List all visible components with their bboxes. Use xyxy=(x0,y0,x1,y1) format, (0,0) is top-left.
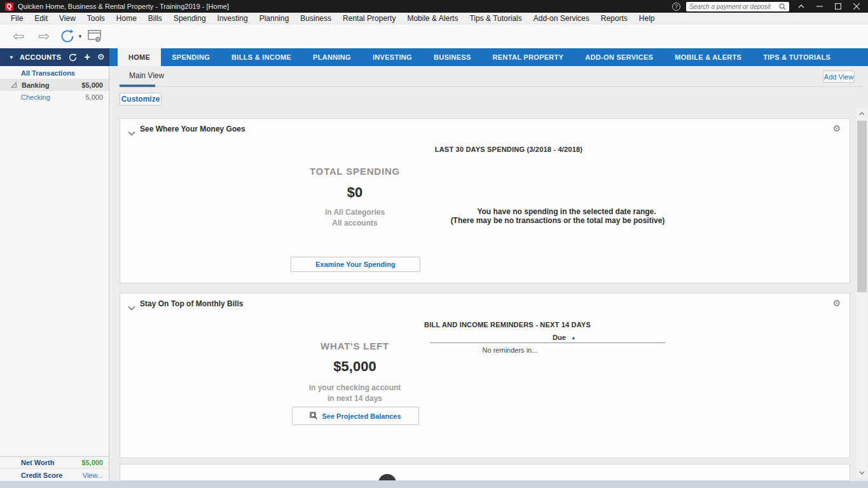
menu-addon-services[interactable]: Add-on Services xyxy=(528,14,595,23)
add-account-icon[interactable]: + xyxy=(84,52,90,62)
total-spending-accounts: All accounts xyxy=(332,219,377,227)
forward-arrow-icon: ⇨ xyxy=(38,29,50,44)
nav-tab-spending[interactable]: SPENDING xyxy=(161,48,221,66)
forward-button[interactable]: ⇨ xyxy=(34,24,53,48)
account-name[interactable]: Checking xyxy=(21,93,50,101)
menu-help[interactable]: Help xyxy=(633,14,661,23)
update-dropdown-caret[interactable]: ▾ xyxy=(76,24,84,48)
all-transactions-link[interactable]: All Transactions xyxy=(21,69,75,77)
global-search[interactable] xyxy=(686,2,789,11)
accounts-sidebar: All Transactions Banking $5,000 Checking… xyxy=(0,66,109,481)
menu-bills[interactable]: Bills xyxy=(142,14,168,23)
account-row-checking[interactable]: Checking 5,000 xyxy=(0,91,109,103)
expand-triangle-icon[interactable] xyxy=(11,81,17,88)
whats-left-heading: WHAT'S LEFT xyxy=(320,341,389,351)
total-spending-heading: TOTAL SPENDING xyxy=(310,166,400,177)
nav-tab-addon-services[interactable]: ADD-ON SERVICES xyxy=(574,48,664,66)
vertical-scrollbar[interactable] xyxy=(857,108,867,478)
menu-business[interactable]: Business xyxy=(294,14,337,23)
reminders-table-rule xyxy=(430,342,665,343)
search-input[interactable] xyxy=(689,3,779,10)
nav-tab-business[interactable]: BUSINESS xyxy=(423,48,482,66)
credit-score-row[interactable]: Credit Score View... xyxy=(0,469,109,481)
see-projected-balances-button[interactable]: See Projected Balances xyxy=(292,407,419,425)
toolbar: ⇦ ⇨ ▾ xyxy=(0,24,868,48)
main-nav-bar: ▼ ACCOUNTS + ⚙ HOME SPENDING BILLS & INC… xyxy=(0,48,868,66)
accounts-header-label: ACCOUNTS xyxy=(20,53,62,61)
menu-bar: File Edit View Tools Home Bills Spending… xyxy=(0,13,868,24)
account-group-balance: $5,000 xyxy=(81,81,103,89)
maximize-button[interactable] xyxy=(832,1,844,11)
account-group-banking[interactable]: Banking $5,000 xyxy=(0,79,109,91)
customize-button[interactable]: Customize xyxy=(120,93,162,105)
menu-home[interactable]: Home xyxy=(111,14,142,23)
nav-tab-bills-income[interactable]: BILLS & INCOME xyxy=(221,48,302,66)
menu-edit[interactable]: Edit xyxy=(29,14,53,23)
minimize-button[interactable] xyxy=(813,1,826,11)
add-view-button[interactable]: Add View xyxy=(823,71,855,83)
menu-investing[interactable]: Investing xyxy=(212,14,254,23)
menu-spending[interactable]: Spending xyxy=(168,14,212,23)
examine-spending-button[interactable]: Examine Your Spending xyxy=(291,257,420,272)
credit-score-label: Credit Score xyxy=(21,471,62,479)
total-spending-amount: $0 xyxy=(347,184,362,201)
bills-panel-title[interactable]: Stay On Top of Monthly Bills xyxy=(140,299,243,308)
menu-file[interactable]: File xyxy=(5,14,29,23)
nav-tabs: HOME SPENDING BILLS & INCOME PLANNING IN… xyxy=(118,48,841,66)
nav-tab-planning[interactable]: PLANNING xyxy=(302,48,362,66)
see-projected-balances-label: See Projected Balances xyxy=(322,412,401,420)
sync-icon xyxy=(60,29,75,44)
credit-score-view-link[interactable]: View... xyxy=(83,471,103,479)
nav-tab-tips-tutorials[interactable]: TIPS & TUTORIALS xyxy=(752,48,841,66)
caret-down-icon: ▾ xyxy=(79,33,82,39)
sidebar-summary: Net Worth $5,000 Credit Score View... xyxy=(0,456,109,481)
scroll-down-arrow[interactable] xyxy=(857,467,867,478)
net-worth-row[interactable]: Net Worth $5,000 xyxy=(0,457,109,469)
menu-planning[interactable]: Planning xyxy=(254,14,295,23)
title-bar: Q Quicken Home, Business & Rental Proper… xyxy=(0,0,868,13)
nav-tab-home[interactable]: HOME xyxy=(118,48,161,66)
menu-tips-tutorials[interactable]: Tips & Tutorials xyxy=(464,14,527,23)
quicken-logo-icon: Q xyxy=(5,3,13,11)
help-icon[interactable]: ? xyxy=(672,3,680,11)
spending-panel: See Where Your Money Goes ⚙ TOTAL SPENDI… xyxy=(120,118,850,283)
whats-left-amount: $5,000 xyxy=(333,358,376,375)
menu-reports[interactable]: Reports xyxy=(595,14,633,23)
nav-tab-investing[interactable]: INVESTING xyxy=(362,48,423,66)
bottom-status-strip xyxy=(0,481,868,488)
back-button[interactable]: ⇦ xyxy=(9,24,28,48)
panel-collapse-chevron-icon[interactable] xyxy=(128,302,135,313)
projected-balances-icon xyxy=(310,412,318,420)
active-view-underline xyxy=(120,85,155,87)
accounts-panel-header: ▼ ACCOUNTS + ⚙ xyxy=(0,48,109,66)
accounts-settings-icon[interactable]: ⚙ xyxy=(97,53,105,62)
collapse-ribbon-button[interactable] xyxy=(795,1,808,11)
bills-panel-gear-icon[interactable]: ⚙ xyxy=(832,298,841,308)
scroll-up-arrow[interactable] xyxy=(857,108,867,119)
tab-main-view[interactable]: Main View xyxy=(129,71,164,80)
close-button[interactable] xyxy=(850,1,863,11)
due-column-header[interactable]: Due ▲ xyxy=(553,334,576,341)
spending-panel-title[interactable]: See Where Your Money Goes xyxy=(140,125,245,133)
register-settings-button[interactable] xyxy=(86,24,104,48)
account-group-name: Banking xyxy=(22,81,49,89)
account-balance: 5,000 xyxy=(85,93,103,101)
no-spending-message-1: You have no spending in the selected dat… xyxy=(477,207,656,216)
net-worth-value: $5,000 xyxy=(81,459,103,466)
nav-tab-rental-property[interactable]: RENTAL PROPERTY xyxy=(482,48,575,66)
panel-collapse-chevron-icon[interactable] xyxy=(128,127,135,139)
spending-panel-gear-icon[interactable]: ⚙ xyxy=(832,123,841,133)
net-worth-label: Net Worth xyxy=(21,459,54,466)
next-panel-partial xyxy=(120,464,850,481)
accounts-refresh-icon[interactable] xyxy=(69,53,77,62)
window-title: Quicken Home, Business & Rental Property… xyxy=(18,3,229,10)
menu-view[interactable]: View xyxy=(53,14,81,23)
menu-rental-property[interactable]: Rental Property xyxy=(337,14,401,23)
scrollbar-thumb[interactable] xyxy=(857,121,867,292)
menu-mobile-alerts[interactable]: Mobile & Alerts xyxy=(401,14,464,23)
one-step-update-button[interactable] xyxy=(59,24,76,48)
accounts-collapse-icon[interactable]: ▼ xyxy=(9,55,14,60)
nav-tab-mobile-alerts[interactable]: MOBILE & ALERTS xyxy=(664,48,752,66)
whats-left-period: in next 14 days xyxy=(327,394,382,403)
menu-tools[interactable]: Tools xyxy=(81,14,111,23)
